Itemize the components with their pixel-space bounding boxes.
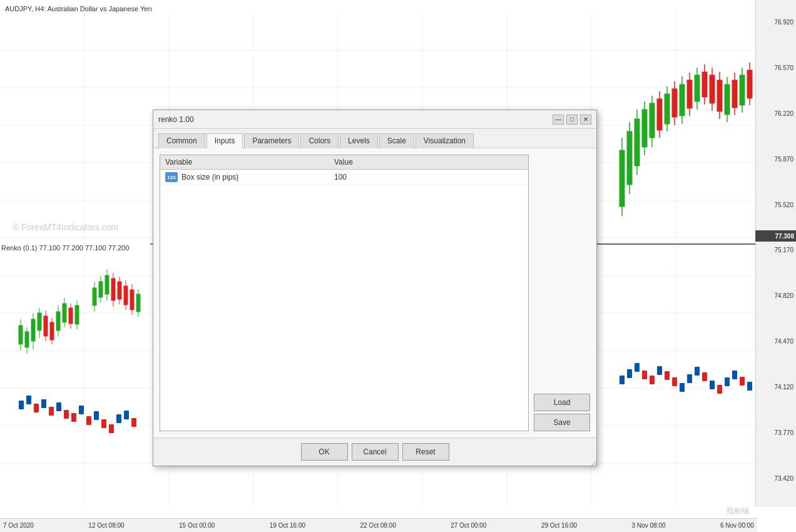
save-button[interactable]: Save [534,414,590,431]
svg-line-164 [594,464,596,466]
tab-parameters[interactable]: Parameters [244,133,299,148]
tab-common[interactable]: Common [158,133,205,148]
inputs-table: Variable Value 123 Box size (in pips) 10… [160,155,529,431]
table-header: Variable Value [160,155,528,170]
table-and-buttons: Variable Value 123 Box size (in pips) 10… [160,155,590,431]
dialog-tabs: Common Inputs Parameters Colors Levels S… [153,129,596,148]
reset-button[interactable]: Reset [402,443,449,461]
table-row[interactable]: 123 Box size (in pips) 100 [160,170,528,185]
resize-handle[interactable] [590,459,596,466]
tab-levels[interactable]: Levels [340,133,378,148]
tab-colors[interactable]: Colors [300,133,339,148]
dialog: renko 1.00 — □ ✕ Common Inputs Parameter… [153,110,597,466]
svg-line-163 [591,461,596,466]
titlebar-controls: — □ ✕ [553,115,591,125]
cancel-button[interactable]: Cancel [352,443,399,461]
dialog-title: renko 1.00 [158,115,194,124]
header-value: Value [334,158,523,166]
dialog-footer: OK Cancel Reset [153,437,596,466]
dialog-titlebar: renko 1.00 — □ ✕ [153,110,596,129]
header-variable: Variable [165,158,334,166]
maximize-button[interactable]: □ [566,115,578,125]
tab-inputs[interactable]: Inputs [207,133,243,148]
close-button[interactable]: ✕ [580,115,591,125]
tab-scale[interactable]: Scale [379,133,414,148]
ok-button[interactable]: OK [301,443,348,461]
right-buttons: Load Save [534,155,590,431]
tab-visualization[interactable]: Visualization [416,133,474,148]
variable-name: Box size (in pips) [181,173,334,182]
minimize-button[interactable]: — [553,115,564,125]
dialog-content: Variable Value 123 Box size (in pips) 10… [153,148,596,437]
dialog-overlay: renko 1.00 — □ ✕ Common Inputs Parameter… [0,0,796,532]
load-button[interactable]: Load [534,394,590,411]
variable-value: 100 [334,173,523,182]
variable-type-icon: 123 [165,172,178,182]
